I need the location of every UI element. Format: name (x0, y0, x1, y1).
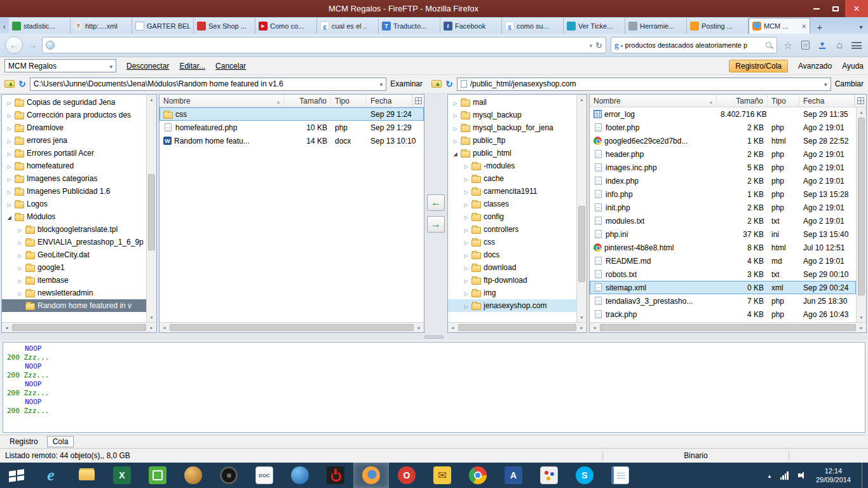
taskbar-app[interactable] (389, 463, 424, 488)
scroll-right-icon[interactable]: ► (414, 326, 424, 330)
expander-icon[interactable] (463, 212, 469, 221)
browser-tab[interactable]: Posting ... (687, 18, 749, 34)
expander-icon[interactable] (452, 98, 458, 107)
tree-item[interactable]: blockgoogletranslate.tpl (2, 223, 156, 236)
downloads-icon[interactable] (816, 41, 829, 49)
local-path-dropdown-icon[interactable] (380, 79, 383, 88)
taskbar-app[interactable] (69, 463, 104, 488)
back-button[interactable] (5, 36, 23, 54)
scroll-up-icon[interactable]: ▲ (147, 95, 156, 104)
tree-item[interactable]: classes (448, 198, 587, 210)
tree-item[interactable]: ENVIALIA_prestashop_1_6_9p (2, 236, 156, 248)
expander-icon[interactable] (6, 187, 12, 196)
file-row[interactable]: tendaliav3_3_prestasho... 7 KB php Jun 2… (590, 294, 856, 308)
bookmark-star-icon[interactable] (782, 39, 794, 51)
disconnect-button[interactable]: Desconectar (126, 62, 169, 71)
search-icon[interactable] (764, 41, 773, 50)
tree-item[interactable]: Random home featured in v (2, 299, 156, 312)
tree-item[interactable]: newsletteradmin (2, 287, 156, 299)
file-row[interactable]: sitemap.xml 0 KB xml Sep 29 00:24 (590, 281, 856, 294)
clock[interactable]: 12:14 29/09/2014 (816, 466, 851, 484)
browser-tab[interactable]: Sex Shop ... (194, 18, 255, 34)
browser-tab[interactable]: Traducto... (379, 18, 440, 34)
expander-icon[interactable] (463, 301, 469, 310)
expander-icon[interactable] (463, 187, 469, 196)
expander-icon[interactable] (17, 276, 23, 285)
expander-icon[interactable] (6, 161, 12, 170)
scroll-left-icon[interactable]: ◄ (590, 326, 599, 330)
browser-tab[interactable]: Como co... (255, 18, 317, 34)
edit-button[interactable]: Editar... (179, 62, 205, 71)
remote-path-dropdown-icon[interactable] (824, 79, 827, 88)
browser-tab[interactable]: GARTER BELT... (132, 18, 194, 34)
expander-icon[interactable] (6, 174, 12, 183)
remote-tree-horizontal-scrollbar[interactable]: ◄ ► (448, 322, 587, 332)
tree-item[interactable]: itembase (2, 274, 156, 287)
tree-item[interactable]: cache (448, 172, 587, 185)
scroll-up-icon[interactable]: ▲ (577, 95, 587, 104)
expander-icon[interactable] (452, 111, 458, 119)
column-header-size[interactable]: Tamaño (284, 95, 331, 107)
browser-tab[interactable]: http:....xml (71, 18, 132, 34)
url-bar[interactable] (42, 37, 606, 53)
expander-icon[interactable] (17, 238, 23, 247)
taskbar-app[interactable] (424, 463, 460, 488)
scrollbar-thumb[interactable] (148, 174, 155, 250)
column-header-size[interactable]: Tamaño (717, 95, 768, 107)
file-row[interactable]: info.php 1 KB php Sep 13 15:28 (590, 187, 856, 201)
column-header-type[interactable]: Tipo (768, 95, 799, 107)
upload-to-remote-button[interactable] (427, 216, 445, 233)
url-dropdown-icon[interactable] (590, 41, 593, 50)
panel-splitter[interactable] (0, 334, 868, 340)
expander-icon[interactable] (6, 212, 12, 221)
file-row[interactable]: images.inc.php 5 KB php Ago 2 19:01 (590, 161, 856, 174)
expander-icon[interactable] (463, 200, 469, 208)
tree-item[interactable]: docs (448, 248, 587, 261)
download-to-local-button[interactable] (427, 194, 445, 211)
file-row[interactable]: Random home featu... 14 KB docx Sep 13 1… (159, 134, 424, 147)
tree-item[interactable]: Dreamlove (2, 121, 156, 134)
tab-scroll-left-icon[interactable] (0, 18, 9, 34)
tree-item[interactable]: mail (448, 96, 587, 109)
expander-icon[interactable] (6, 136, 12, 145)
scroll-right-icon[interactable]: ► (577, 326, 587, 330)
file-row[interactable]: homefeatured.php 10 KB php Sep 29 1:29 (159, 121, 424, 134)
tab-registro[interactable]: Registro (4, 437, 43, 447)
file-row[interactable]: error_log 8.402.716 KB Sep 29 11:35 (590, 107, 856, 121)
taskbar-app[interactable] (531, 463, 567, 488)
taskbar-app[interactable] (567, 463, 602, 488)
tree-item[interactable]: img (448, 287, 587, 299)
local-tree-vertical-scrollbar[interactable]: ▲ ▼ (146, 95, 156, 322)
expander-icon[interactable] (17, 225, 23, 234)
tree-item[interactable]: ftp-download (448, 274, 587, 287)
scroll-left-icon[interactable]: ◄ (159, 326, 169, 330)
expander-icon[interactable] (6, 123, 12, 132)
taskbar-app[interactable] (460, 463, 496, 488)
google-engine-icon[interactable] (614, 40, 619, 50)
browser-tab[interactable]: MCM ... (749, 18, 810, 34)
expander-icon[interactable] (452, 136, 458, 145)
scroll-down-icon[interactable]: ▼ (577, 313, 587, 322)
tree-item[interactable]: css (448, 236, 587, 248)
column-picker-icon[interactable] (412, 95, 424, 107)
scrollbar-thumb[interactable] (458, 324, 576, 331)
expander-icon[interactable] (463, 238, 469, 247)
tree-item[interactable]: google1 (2, 261, 156, 274)
taskbar-app[interactable] (140, 463, 175, 488)
column-header-name[interactable]: Nombre (159, 95, 284, 107)
expander-icon[interactable] (463, 263, 469, 272)
expander-icon[interactable] (17, 250, 23, 259)
taskbar-app[interactable] (211, 463, 247, 488)
file-row[interactable]: pinterest-4b8e8.html 8 KB html Jul 10 12… (590, 241, 856, 254)
scroll-left-icon[interactable]: ◄ (2, 326, 11, 330)
tree-item[interactable]: mysql_backup_for_jena (448, 121, 587, 134)
expander-icon[interactable] (463, 250, 469, 259)
file-row[interactable]: robots.txt 3 KB txt Sep 29 00:10 (590, 268, 856, 281)
column-header-date[interactable]: Fecha (367, 95, 412, 107)
taskbar-app[interactable] (318, 463, 353, 488)
expander-icon[interactable] (463, 276, 469, 285)
file-row[interactable]: header.php 2 KB php Ago 2 19:01 (590, 147, 856, 161)
file-row[interactable]: footer.php 2 KB php Ago 2 19:01 (590, 121, 856, 134)
tree-item[interactable]: jenasexyshop.com (448, 299, 587, 312)
browser-tab[interactable]: cual es el .. (317, 18, 379, 34)
